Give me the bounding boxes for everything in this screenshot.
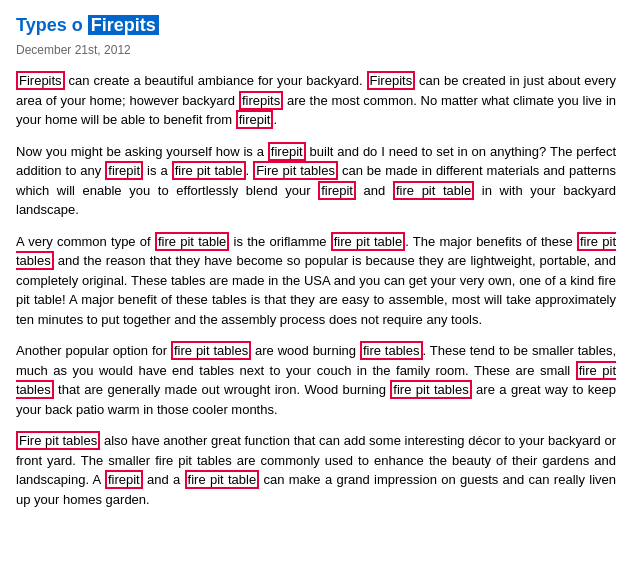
keyword: Fire pit tables — [16, 431, 100, 450]
keyword: fire pit table — [172, 161, 246, 180]
paragraph-p4: Another popular option for fire pit tabl… — [16, 341, 616, 419]
keyword: firepit — [236, 110, 274, 129]
article-date: December 21st, 2012 — [16, 41, 616, 59]
keyword: Firepits — [16, 71, 65, 90]
paragraph-p5: Fire pit tables also have another great … — [16, 431, 616, 509]
keyword: fire pit table — [185, 470, 260, 489]
article-body: Firepits can create a beautiful ambiance… — [16, 71, 616, 509]
article-title: Types o Firepits — [16, 12, 616, 39]
title-highlighted: Firepits — [88, 15, 159, 35]
paragraph-p3: A very common type of fire pit table is … — [16, 232, 616, 330]
keyword: firepit — [105, 161, 143, 180]
keyword: firepit — [268, 142, 306, 161]
keyword: fire pit table — [155, 232, 229, 251]
article-container: Types o Firepits December 21st, 2012 Fir… — [16, 12, 616, 509]
keyword: firepits — [239, 91, 283, 110]
keyword: fire pit tables — [16, 232, 616, 271]
keyword: fire pit tables — [390, 380, 471, 399]
keyword: fire pit table — [393, 181, 474, 200]
paragraph-p1: Firepits can create a beautiful ambiance… — [16, 71, 616, 130]
keyword: firepit — [318, 181, 356, 200]
keyword: fire pit tables — [171, 341, 251, 360]
title-prefix: Types o — [16, 15, 83, 35]
keyword: fire pit table — [331, 232, 405, 251]
keyword: fire tables — [360, 341, 423, 360]
keyword: fire pit tables — [16, 361, 616, 400]
keyword: Fire pit tables — [253, 161, 338, 180]
paragraph-p2: Now you might be asking yourself how is … — [16, 142, 616, 220]
keyword: firepit — [105, 470, 143, 489]
keyword: Firepits — [367, 71, 416, 90]
